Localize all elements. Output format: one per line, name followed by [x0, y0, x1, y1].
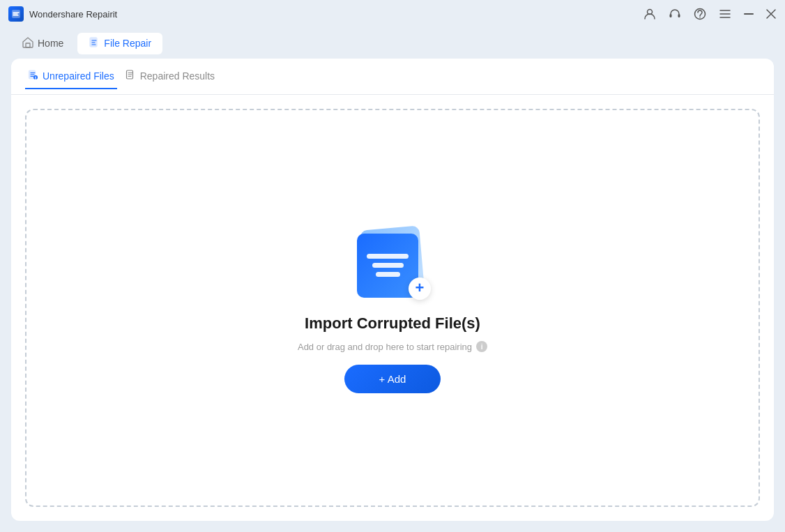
sub-tab-repaired-label: Repaired Results — [140, 70, 215, 82]
import-title: Import Corrupted File(s) — [305, 314, 480, 333]
drop-zone[interactable]: Import Corrupted File(s) Add or drag and… — [25, 109, 760, 507]
import-subtitle-text: Add or drag and drop here to start repai… — [298, 342, 472, 352]
svg-rect-2 — [670, 14, 672, 17]
nav-tab-file-repair-label: File Repair — [104, 38, 151, 49]
sub-tab-unrepaired-label: Unrepaired Files — [43, 70, 114, 82]
svg-rect-7 — [26, 43, 30, 47]
nav-tab-file-repair[interactable]: File Repair — [77, 33, 162, 54]
file-illustration — [347, 222, 438, 306]
sub-tabs: Unrepaired Files Repaired Results — [11, 59, 774, 95]
headset-icon[interactable] — [668, 7, 682, 21]
svg-rect-6 — [744, 13, 754, 15]
info-icon[interactable]: i — [476, 341, 487, 352]
file-line-1 — [367, 254, 409, 259]
file-repair-icon — [89, 37, 100, 50]
file-line-2 — [372, 263, 404, 268]
minimize-button[interactable] — [743, 8, 754, 20]
nav-tab-home[interactable]: Home — [11, 33, 75, 54]
app-logo — [8, 6, 24, 22]
menu-icon[interactable] — [718, 7, 732, 21]
title-bar-left: Wondershare Repairit — [8, 6, 117, 22]
repaired-results-icon — [125, 70, 136, 82]
user-icon[interactable] — [643, 7, 657, 21]
nav-bar: Home File Repair — [0, 28, 785, 59]
nav-tab-home-label: Home — [38, 38, 63, 49]
svg-rect-3 — [678, 14, 680, 17]
sub-tab-unrepaired-files[interactable]: Unrepaired Files — [25, 64, 117, 89]
title-bar: Wondershare Repairit — [0, 0, 785, 28]
unrepaired-files-icon — [28, 70, 38, 82]
title-bar-controls — [643, 7, 777, 21]
add-button[interactable]: + Add — [344, 365, 441, 393]
app-title-text: Wondershare Repairit — [29, 9, 117, 20]
file-line-3 — [376, 272, 400, 277]
import-subtitle: Add or drag and drop here to start repai… — [298, 341, 487, 352]
close-button[interactable] — [765, 8, 777, 20]
plus-badge — [409, 278, 431, 300]
file-icon-bg — [354, 228, 431, 301]
main-content: Unrepaired Files Repaired Results — [11, 59, 774, 521]
feedback-icon[interactable] — [693, 7, 707, 21]
svg-point-5 — [699, 17, 701, 18]
home-icon — [22, 37, 33, 50]
sub-tab-repaired-results[interactable]: Repaired Results — [123, 64, 218, 89]
